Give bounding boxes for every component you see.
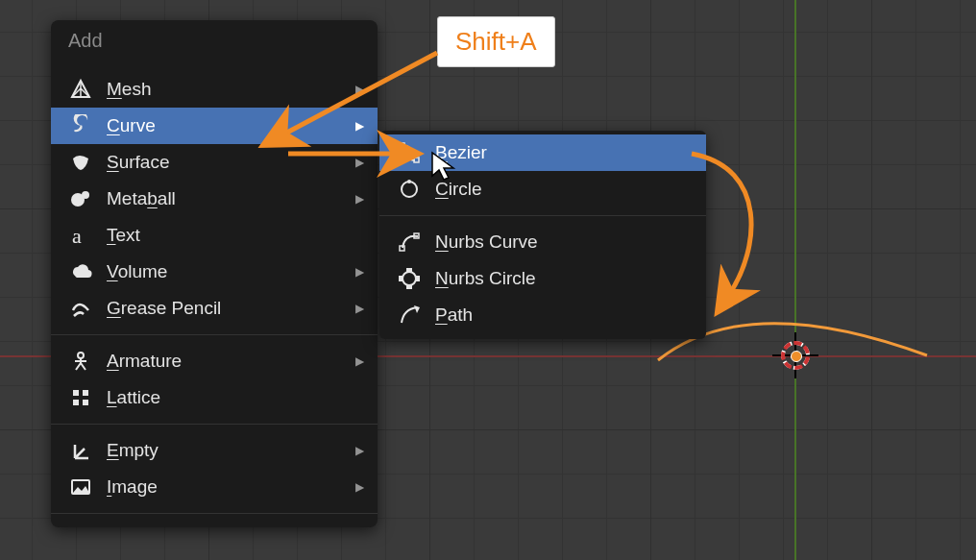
- menu-item-image[interactable]: Image▶: [51, 469, 378, 505]
- submenu-arrow-icon: ▶: [355, 302, 364, 315]
- menu-item-grease-pencil[interactable]: Grease Pencil▶: [51, 290, 378, 327]
- submenu-arrow-icon: ▶: [355, 83, 364, 96]
- shortcut-callout: Shift+A: [437, 16, 555, 67]
- menu-item-label: Path: [435, 304, 693, 326]
- menu-item-label: Image: [107, 476, 355, 498]
- submenu-item-circle[interactable]: Circle: [379, 171, 706, 207]
- bezier-icon: [397, 140, 422, 165]
- menu-item-label: Empty: [107, 440, 355, 461]
- volume-icon: [68, 259, 93, 284]
- path-icon: [397, 303, 422, 328]
- nurbs-curve-icon: [397, 230, 422, 255]
- submenu-arrow-icon: ▶: [355, 156, 364, 169]
- lattice-icon: [68, 385, 93, 410]
- surface-icon: [68, 150, 93, 175]
- menu-item-label: Nurbs Curve: [435, 231, 693, 253]
- menu-item-mesh[interactable]: Mesh▶: [51, 71, 378, 108]
- menu-item-label: Metaball: [107, 188, 355, 209]
- menu-item-metaball[interactable]: Metaball▶: [51, 181, 378, 217]
- submenu-separator: [379, 215, 706, 216]
- submenu-arrow-icon: ▶: [355, 354, 364, 368]
- submenu-arrow-icon: ▶: [355, 192, 364, 206]
- menu-item-text[interactable]: Text: [51, 217, 378, 254]
- submenu-item-path[interactable]: Path: [379, 297, 706, 333]
- mesh-icon: [68, 77, 93, 102]
- menu-item-label: Volume: [107, 261, 355, 282]
- menu-item-volume[interactable]: Volume▶: [51, 254, 378, 290]
- text-icon: [68, 223, 93, 248]
- 3d-cursor: [776, 336, 815, 375]
- submenu-arrow-icon: ▶: [355, 119, 364, 133]
- menu-item-label: Surface: [107, 152, 355, 173]
- image-icon: [68, 475, 93, 499]
- menu-item-label: Grease Pencil: [107, 298, 355, 319]
- menu-item-empty[interactable]: Empty▶: [51, 432, 378, 469]
- submenu-item-nurbs-circle[interactable]: Nurbs Circle: [379, 260, 706, 297]
- menu-separator: [51, 334, 378, 335]
- menu-separator: [51, 424, 378, 425]
- submenu-item-nurbs-curve[interactable]: Nurbs Curve: [379, 224, 706, 260]
- empty-icon: [68, 438, 93, 463]
- menu-item-label: Circle: [435, 179, 693, 200]
- submenu-item-bezier[interactable]: Bezier: [379, 134, 706, 171]
- menu-item-label: Text: [107, 225, 364, 246]
- nurbs-circle-icon: [397, 266, 422, 291]
- menu-item-surface[interactable]: Surface▶: [51, 144, 378, 181]
- submenu-arrow-icon: ▶: [355, 265, 364, 279]
- curve-icon: [68, 113, 93, 138]
- add-menu-title: Add: [51, 20, 378, 71]
- menu-item-label: Curve: [107, 115, 355, 136]
- menu-item-label: Mesh: [107, 79, 355, 100]
- grease-pencil-icon: [68, 296, 93, 321]
- metaball-icon: [68, 186, 93, 211]
- menu-item-curve[interactable]: Curve▶: [51, 108, 378, 144]
- submenu-arrow-icon: ▶: [355, 444, 364, 457]
- menu-item-label: Armature: [107, 351, 355, 372]
- menu-item-label: Lattice: [107, 387, 364, 408]
- add-menu: Add Mesh▶Curve▶Surface▶Metaball▶TextVolu…: [51, 20, 378, 527]
- menu-item-label: Bezier: [435, 142, 693, 163]
- menu-separator: [51, 513, 378, 514]
- axis-y: [794, 0, 796, 560]
- menu-item-lattice[interactable]: Lattice: [51, 379, 378, 416]
- curve-submenu: BezierCircle Nurbs CurveNurbs CirclePath: [379, 131, 706, 339]
- armature-icon: [68, 349, 93, 374]
- submenu-arrow-icon: ▶: [355, 480, 364, 494]
- menu-item-armature[interactable]: Armature▶: [51, 343, 378, 379]
- circle-icon: [397, 177, 422, 202]
- menu-item-label: Nurbs Circle: [435, 268, 693, 289]
